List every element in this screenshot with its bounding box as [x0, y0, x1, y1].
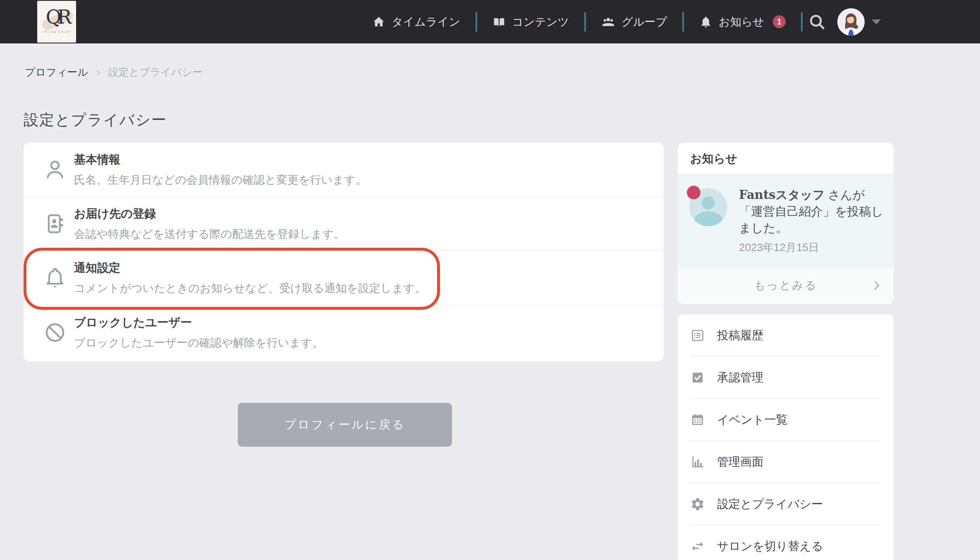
bell-icon [699, 15, 712, 29]
nav-label: グループ [621, 14, 667, 29]
nav-separator [801, 12, 803, 32]
back-to-profile-button[interactable]: プロフィールに戻る [238, 403, 452, 447]
setting-title: 基本情報 [74, 152, 367, 168]
admin-dashboard-icon [690, 455, 705, 469]
settings-icon [690, 497, 705, 512]
see-more-label: もっとみる [754, 278, 817, 293]
unread-dot [687, 186, 700, 199]
notification-badge: 1 [773, 15, 786, 28]
app-header: QR ONLINE SALON タイムライン コンテンツ グループ お知らせ 1 [0, 0, 980, 43]
page-title: 設定とプライバシー [24, 110, 167, 130]
nav-item-contents[interactable]: コンテンツ [477, 14, 584, 29]
address-card-icon [43, 212, 67, 235]
main-nav: タイムライン コンテンツ グループ お知らせ 1 [357, 0, 881, 43]
notification-text: Fantsスタッフ さんが「運営自己紹介」を投稿しました。 [739, 187, 884, 236]
menu-label: 投稿履歴 [717, 328, 763, 343]
menu-label: 設定とプライバシー [717, 496, 823, 512]
menu-item-admin[interactable]: 管理画面 [678, 441, 894, 483]
menu-item-post-history[interactable]: 投稿履歴 [678, 314, 894, 357]
profile-menu-card: 投稿履歴 承認管理 イベント一覧 管理画面 設定とプライバシー サロンを切り替え… [678, 314, 894, 560]
chevron-down-icon[interactable] [872, 19, 881, 24]
setting-texts: 基本情報 氏名、生年月日などの会員情報の確認と変更を行います。 [74, 152, 367, 187]
menu-item-approval[interactable]: 承認管理 [678, 357, 894, 399]
setting-title: お届け先の登録 [74, 206, 345, 222]
setting-item-basic-info[interactable]: 基本情報 氏名、生年月日などの会員情報の確認と変更を行います。 [24, 143, 664, 197]
setting-texts: お届け先の登録 会誌や特典などを送付する際の配送先を登録します。 [74, 206, 345, 242]
logo-caption: ONLINE SALON [37, 31, 76, 33]
setting-texts: 通知設定 コメントがついたときのお知らせなど、受け取る通知を設定します。 [74, 260, 426, 296]
nav-item-groups[interactable]: グループ [586, 14, 682, 29]
notification-date: 2023年12月15日 [739, 240, 884, 255]
people-icon [601, 15, 615, 29]
menu-label: サロンを切り替える [717, 538, 823, 554]
setting-description: 氏名、生年月日などの会員情報の確認と変更を行います。 [74, 172, 367, 187]
event-list-icon [690, 412, 705, 427]
breadcrumb-chevron-icon: › [96, 66, 100, 79]
menu-item-events[interactable]: イベント一覧 [678, 399, 894, 441]
notification-author: Fantsスタッフ [739, 188, 825, 202]
bell-outline-icon [43, 266, 67, 290]
menu-label: 管理画面 [717, 454, 763, 470]
person-outline-icon [43, 158, 67, 181]
breadcrumb-current: 設定とプライバシー [108, 65, 203, 79]
setting-description: 会誌や特典などを送付する際の配送先を登録します。 [74, 227, 345, 242]
switch-salon-icon [690, 539, 705, 554]
menu-item-settings-privacy[interactable]: 設定とプライバシー [678, 483, 894, 525]
logo-monogram: QR [37, 6, 76, 28]
nav-label: お知らせ [719, 14, 764, 29]
setting-title: 通知設定 [74, 260, 426, 276]
setting-title: ブロックしたユーザー [74, 315, 323, 330]
notifications-card-title: お知らせ [678, 143, 894, 175]
app-logo[interactable]: QR ONLINE SALON [37, 1, 76, 43]
approval-icon [690, 370, 705, 385]
post-history-icon [690, 328, 705, 343]
nav-item-notifications[interactable]: お知らせ 1 [684, 14, 801, 29]
nav-label: タイムライン [392, 14, 460, 29]
chevron-right-icon [870, 279, 883, 292]
book-icon [492, 15, 506, 29]
breadcrumb-profile[interactable]: プロフィール [25, 65, 88, 79]
search-icon[interactable] [808, 12, 827, 31]
notification-item[interactable]: Fantsスタッフ さんが「運営自己紹介」を投稿しました。 2023年12月15… [678, 175, 894, 267]
setting-item-shipping-address[interactable]: お届け先の登録 会誌や特典などを送付する際の配送先を登録します。 [24, 197, 664, 251]
home-icon [372, 15, 385, 29]
setting-item-notification-settings[interactable]: 通知設定 コメントがついたときのお知らせなど、受け取る通知を設定します。 [24, 251, 664, 305]
block-icon [43, 321, 67, 344]
menu-label: 承認管理 [717, 370, 763, 385]
menu-label: イベント一覧 [717, 412, 788, 428]
nav-label: コンテンツ [512, 14, 569, 29]
breadcrumb: プロフィール › 設定とプライバシー [25, 65, 203, 79]
nav-item-timeline[interactable]: タイムライン [357, 14, 476, 29]
settings-list-card: 基本情報 氏名、生年月日などの会員情報の確認と変更を行います。 お届け先の登録 … [24, 143, 664, 361]
setting-description: コメントがついたときのお知らせなど、受け取る通知を設定します。 [74, 281, 426, 296]
user-avatar[interactable] [837, 8, 865, 36]
see-more-button[interactable]: もっとみる [678, 267, 894, 304]
setting-description: ブロックしたユーザーの確認や解除を行います。 [74, 335, 323, 350]
notifications-card: お知らせ Fantsスタッフ さんが「運営自己紹介」を投稿しました。 2023年… [678, 143, 894, 304]
setting-item-blocked-users[interactable]: ブロックしたユーザー ブロックしたユーザーの確認や解除を行います。 [24, 305, 664, 360]
menu-item-switch-salon[interactable]: サロンを切り替える [678, 525, 894, 560]
setting-texts: ブロックしたユーザー ブロックしたユーザーの確認や解除を行います。 [74, 315, 323, 350]
